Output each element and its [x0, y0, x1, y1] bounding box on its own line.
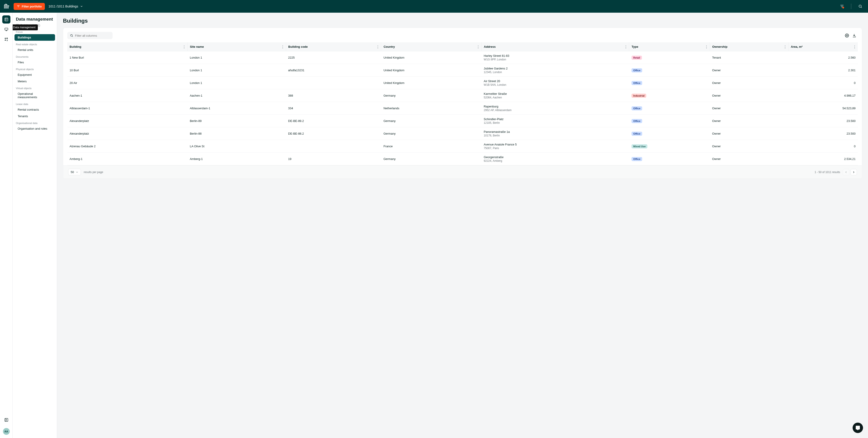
table-cell: London 1 [188, 52, 286, 64]
table-cell: 2.534,21 [788, 153, 858, 165]
table-cell: 388 [286, 89, 381, 102]
filter-portfolio-label: Filter portfolio [22, 5, 42, 8]
table-cell: London 1 [188, 77, 286, 89]
sidebar-section-label: Virtual objects [14, 85, 55, 91]
table-cell: LA Olive St [188, 140, 286, 153]
type-badge: Office [631, 81, 642, 85]
type-badge: Office [631, 106, 642, 110]
sidebar-item[interactable]: Rental contracts [14, 106, 55, 113]
table-cell: Germany [381, 89, 482, 102]
sidebar-item[interactable]: Meters [14, 78, 55, 85]
column-menu-icon[interactable]: ⋮ [853, 44, 857, 49]
search-icon[interactable] [856, 2, 864, 10]
filter-alert-icon[interactable] [838, 2, 846, 10]
column-menu-icon[interactable]: ⋮ [281, 44, 284, 49]
table-cell: 2.560 [788, 52, 858, 64]
svg-point-7 [70, 34, 72, 36]
column-header[interactable]: Address⋮ [482, 42, 629, 52]
table-cell: Owner [710, 115, 788, 127]
pager-next-button[interactable] [850, 169, 857, 175]
sidebar-section-label: Lease data [14, 100, 55, 106]
table-cell: Aachen-1 [67, 89, 188, 102]
table-cell: Aachen-1 [188, 89, 286, 102]
table-cell: Berlin-88 [188, 127, 286, 140]
search-input[interactable] [75, 34, 110, 37]
table-cell: 2.301 [788, 64, 858, 77]
rail-collapse[interactable] [2, 416, 10, 424]
svg-rect-1 [5, 18, 8, 21]
column-menu-icon[interactable]: ⋮ [476, 44, 480, 49]
table-cell: Harley Street 81-83W1G 8PP, London [482, 52, 629, 64]
table-cell: France [381, 140, 482, 153]
table-cell: Retail [629, 52, 710, 64]
table-row[interactable]: AlexanderplatzBerlin-89DE-BE-89.2Germany… [67, 115, 858, 127]
settings-icon[interactable] [843, 32, 850, 39]
table-cell: Alblasserdam-1 [67, 102, 188, 115]
table-cell [286, 77, 381, 89]
svg-rect-4 [6, 38, 7, 39]
table-row[interactable]: Alblasserdam-1Alblasserdam-1334Netherlan… [67, 102, 858, 115]
table-cell: Owner [710, 77, 788, 89]
type-badge: Office [631, 157, 642, 161]
sidebar-section-label: Real estate objects [14, 41, 55, 46]
table-cell: 1 New Burl [67, 52, 188, 64]
sidebar-item[interactable]: Equipment [14, 71, 55, 78]
table-cell: DE-BE-89.2 [286, 115, 381, 127]
table-row[interactable]: 10 BurlLondon 1afsdfa13231United Kingdom… [67, 64, 858, 77]
table-cell: Air Street 20W1B 5AN, London [482, 77, 629, 89]
rail-apps[interactable] [2, 35, 10, 43]
svg-point-3 [5, 38, 6, 39]
table-cell: Georgenstraße92224, Amberg [482, 153, 629, 165]
table-cell: 23.500 [788, 127, 858, 140]
table-row[interactable]: Alzenau Gebäude 2LA Olive StFranceAvenue… [67, 140, 858, 153]
sidebar-item[interactable]: Operational measurements [14, 91, 55, 100]
table-cell: Owner [710, 153, 788, 165]
table-cell: United Kingdom [381, 52, 482, 64]
type-badge: Office [631, 132, 642, 136]
column-header[interactable]: Ownership⋮ [710, 42, 788, 52]
rail-data-management[interactable] [2, 15, 10, 24]
table-cell: Amberg-1 [188, 153, 286, 165]
column-menu-icon[interactable]: ⋮ [182, 44, 186, 49]
table-cell: 0 [788, 140, 858, 153]
sidebar-item[interactable]: Organisation and roles [14, 125, 55, 132]
type-badge: Mixed Use [631, 144, 647, 148]
sidebar-item[interactable]: Rental units [14, 46, 55, 53]
table-row[interactable]: 1 New BurlLondon 12225United KingdomHarl… [67, 52, 858, 64]
table-cell: Panoramastraße 1a10178, Berlin [482, 127, 629, 140]
sidebar-item[interactable]: Files [14, 59, 55, 66]
help-fab[interactable] [852, 423, 863, 433]
column-menu-icon[interactable]: ⋮ [376, 44, 380, 49]
column-header[interactable]: Site name⋮ [188, 42, 286, 52]
table-cell: United Kingdom [381, 77, 482, 89]
buildings-table: Building⋮Site name⋮Building code⋮Country… [67, 42, 858, 165]
table-cell: DE-BE-88.2 [286, 127, 381, 140]
table-cell: Karmeliter Straße52064, Aachen [482, 89, 629, 102]
column-header[interactable]: Building⋮ [67, 42, 188, 52]
column-header[interactable]: Area, m²⋮ [788, 42, 858, 52]
per-page-select[interactable]: 50 [68, 169, 81, 175]
table-cell: 54.523,89 [788, 102, 858, 115]
table-row[interactable]: Amberg-1Amberg-119GermanyGeorgenstraße92… [67, 153, 858, 165]
table-row[interactable]: Aachen-1Aachen-1388GermanyKarmeliter Str… [67, 89, 858, 102]
table-cell: Owner [710, 127, 788, 140]
pager-prev-button[interactable] [843, 169, 849, 175]
sidebar-item[interactable]: Tenants [14, 113, 55, 120]
column-header[interactable]: Country⋮ [381, 42, 482, 52]
portfolio-count-dropdown[interactable]: 1011 /1011 Buildings [49, 4, 83, 8]
avatar[interactable]: AA [3, 428, 10, 435]
table-row[interactable]: AlexanderplatzBerlin-88DE-BE-88.2Germany… [67, 127, 858, 140]
column-header[interactable]: Building code⋮ [286, 42, 381, 52]
search-box[interactable] [67, 32, 113, 39]
column-menu-icon[interactable]: ⋮ [783, 44, 787, 49]
column-menu-icon[interactable]: ⋮ [624, 44, 628, 49]
column-menu-icon[interactable]: ⋮ [705, 44, 708, 49]
sidebar-item[interactable]: Buildings [14, 34, 55, 41]
table-row[interactable]: 20 AirLondon 1United KingdomAir Street 2… [67, 77, 858, 89]
download-icon[interactable] [850, 32, 858, 39]
column-header[interactable]: Type⋮ [629, 42, 710, 52]
table-cell: Office [629, 77, 710, 89]
rail-monitor[interactable] [2, 25, 10, 33]
filter-portfolio-button[interactable]: Filter portfolio [13, 3, 45, 10]
table-cell: 0 [788, 77, 858, 89]
